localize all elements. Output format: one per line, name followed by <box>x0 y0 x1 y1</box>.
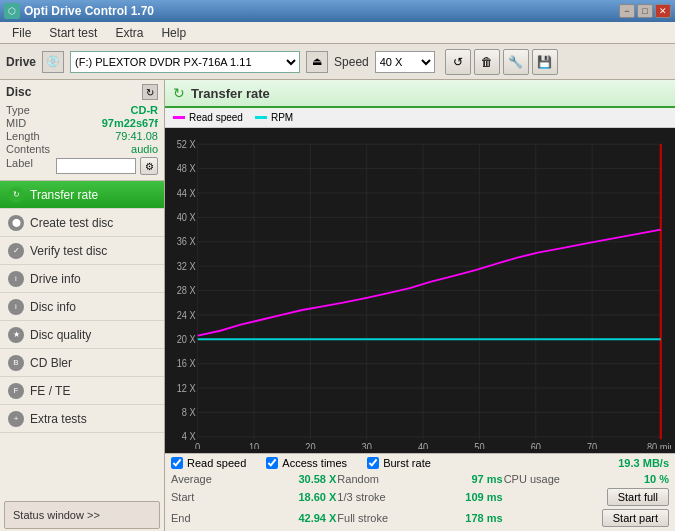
1-3-stroke-label: 1/3 stroke <box>337 491 385 503</box>
svg-text:40: 40 <box>418 442 429 449</box>
checkbox-read-speed-label: Read speed <box>187 457 246 469</box>
sidebar: Disc ↻ Type CD-R MID 97m22s67f Length 79… <box>0 80 165 531</box>
start-part-button[interactable]: Start part <box>602 509 669 527</box>
nav-icon-extra-tests: + <box>8 411 24 427</box>
drivebar: Drive 💿 (F:) PLEXTOR DVDR PX-716A 1.11 ⏏… <box>0 44 675 80</box>
type-value: CD-R <box>131 104 159 116</box>
svg-text:32 X: 32 X <box>177 260 196 272</box>
chart-icon: ↻ <box>173 85 185 101</box>
disc-refresh-button[interactable]: ↻ <box>142 84 158 100</box>
stat-cpu: CPU usage 10 % <box>504 472 669 486</box>
nav-drive-info[interactable]: i Drive info <box>0 265 164 293</box>
legend-rpm-label: RPM <box>271 112 293 123</box>
window-controls: − □ ✕ <box>619 4 671 18</box>
status-window-label: Status window >> <box>13 509 100 521</box>
chart-header: ↻ Transfer rate <box>165 80 675 108</box>
svg-text:20 X: 20 X <box>177 333 196 345</box>
maximize-button[interactable]: □ <box>637 4 653 18</box>
start-full-button[interactable]: Start full <box>607 488 669 506</box>
disc-label-input[interactable] <box>56 158 136 174</box>
contents-value: audio <box>131 143 158 155</box>
drive-select[interactable]: (F:) PLEXTOR DVDR PX-716A 1.11 <box>70 51 300 73</box>
checkboxes-row: Read speed Access times Burst rate 19.3 … <box>171 457 669 469</box>
disc-panel: Disc ↻ Type CD-R MID 97m22s67f Length 79… <box>0 80 164 181</box>
svg-text:48 X: 48 X <box>177 162 196 174</box>
menu-help[interactable]: Help <box>153 24 194 42</box>
minimize-button[interactable]: − <box>619 4 635 18</box>
disc-label-icon[interactable]: ⚙ <box>140 157 158 175</box>
status-window-button[interactable]: Status window >> <box>4 501 160 529</box>
nav-disc-info[interactable]: i Disc info <box>0 293 164 321</box>
checkbox-burst-rate-input[interactable] <box>367 457 379 469</box>
cpu-label: CPU usage <box>504 473 560 485</box>
svg-text:50: 50 <box>474 442 485 449</box>
cpu-value: 10 % <box>644 473 669 485</box>
nav-icon-create-test-disc: ⬤ <box>8 215 24 231</box>
checkbox-read-speed-input[interactable] <box>171 457 183 469</box>
nav-icon-disc-info: i <box>8 299 24 315</box>
svg-text:70: 70 <box>587 442 598 449</box>
stat-random: Random 97 ms <box>337 472 502 486</box>
svg-text:8 X: 8 X <box>182 406 196 418</box>
stat-start: Start 18.60 X <box>171 487 336 507</box>
nav-transfer-rate[interactable]: ↻ Transfer rate <box>0 181 164 209</box>
nav-icon-fe-te: F <box>8 383 24 399</box>
drive-label: Drive <box>6 55 36 69</box>
average-label: Average <box>171 473 212 485</box>
nav-label-disc-quality: Disc quality <box>30 328 91 342</box>
checkbox-burst-rate-label: Burst rate <box>383 457 431 469</box>
nav-icon-drive-info: i <box>8 271 24 287</box>
checkbox-burst-rate[interactable]: Burst rate <box>367 457 431 469</box>
nav-items: ↻ Transfer rate ⬤ Create test disc ✓ Ver… <box>0 181 164 433</box>
mid-label: MID <box>6 117 26 129</box>
checkbox-read-speed[interactable]: Read speed <box>171 457 246 469</box>
full-stroke-value: 178 ms <box>465 512 502 524</box>
legend-read-speed-color <box>173 116 185 119</box>
nav-label-create-test-disc: Create test disc <box>30 216 113 230</box>
disc-title: Disc <box>6 85 31 99</box>
checkbox-access-times[interactable]: Access times <box>266 457 347 469</box>
nav-icon-cd-bler: B <box>8 355 24 371</box>
nav-icon-disc-quality: ★ <box>8 327 24 343</box>
average-value: 30.58 X <box>298 473 336 485</box>
svg-text:30: 30 <box>362 442 373 449</box>
mid-value: 97m22s67f <box>102 117 158 129</box>
nav-disc-quality[interactable]: ★ Disc quality <box>0 321 164 349</box>
stat-start-part-row: Start part <box>504 508 669 528</box>
stat-average: Average 30.58 X <box>171 472 336 486</box>
stats-grid: Average 30.58 X Random 97 ms CPU usage 1… <box>171 472 669 528</box>
app-icon: ⬡ <box>4 3 20 19</box>
menu-file[interactable]: File <box>4 24 39 42</box>
speed-select[interactable]: 40 X <box>375 51 435 73</box>
menu-start-test[interactable]: Start test <box>41 24 105 42</box>
app-title: Opti Drive Control 1.70 <box>24 4 154 18</box>
nav-label-cd-bler: CD Bler <box>30 356 72 370</box>
save-button[interactable]: 💾 <box>532 49 558 75</box>
refresh-button[interactable]: ↺ <box>445 49 471 75</box>
nav-extra-tests[interactable]: + Extra tests <box>0 405 164 433</box>
nav-fe-te[interactable]: F FE / TE <box>0 377 164 405</box>
eject-button[interactable]: ⏏ <box>306 51 328 73</box>
legend-rpm-color <box>255 116 267 119</box>
content-area: ↻ Transfer rate Read speed RPM <box>165 80 675 531</box>
full-stroke-label: Full stroke <box>337 512 388 524</box>
svg-text:10: 10 <box>249 442 260 449</box>
menubar: File Start test Extra Help <box>0 22 675 44</box>
svg-text:20: 20 <box>305 442 316 449</box>
close-button[interactable]: ✕ <box>655 4 671 18</box>
nav-verify-test-disc[interactable]: ✓ Verify test disc <box>0 237 164 265</box>
contents-label: Contents <box>6 143 50 155</box>
settings-button[interactable]: 🔧 <box>503 49 529 75</box>
checkbox-access-times-input[interactable] <box>266 457 278 469</box>
speed-label: Speed <box>334 55 369 69</box>
menu-extra[interactable]: Extra <box>107 24 151 42</box>
main-layout: Disc ↻ Type CD-R MID 97m22s67f Length 79… <box>0 80 675 531</box>
titlebar: ⬡ Opti Drive Control 1.70 − □ ✕ <box>0 0 675 22</box>
stat-full-stroke: Full stroke 178 ms <box>337 508 502 528</box>
clear-button[interactable]: 🗑 <box>474 49 500 75</box>
nav-cd-bler[interactable]: B CD Bler <box>0 349 164 377</box>
svg-text:28 X: 28 X <box>177 284 196 296</box>
nav-icon-verify-test-disc: ✓ <box>8 243 24 259</box>
nav-create-test-disc[interactable]: ⬤ Create test disc <box>0 209 164 237</box>
type-label: Type <box>6 104 30 116</box>
